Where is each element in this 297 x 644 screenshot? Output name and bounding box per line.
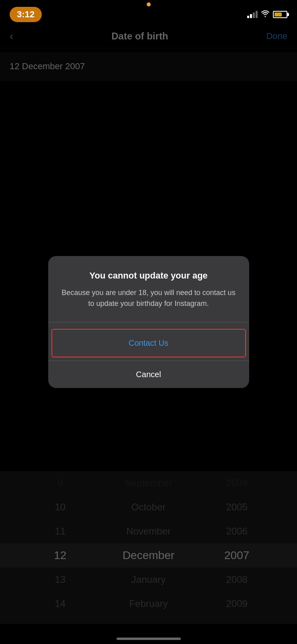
status-bar: 3:12 — [0, 0, 297, 24]
orange-dot — [147, 2, 151, 6]
status-icons — [247, 10, 287, 19]
modal-content: You cannot update your age Because you a… — [48, 256, 249, 309]
status-time: 3:12 — [10, 7, 42, 22]
modal-dialog: You cannot update your age Because you a… — [48, 256, 249, 388]
cancel-button[interactable]: Cancel — [48, 361, 249, 388]
contact-us-button[interactable]: Contact Us — [51, 329, 246, 357]
modal-body: Because you are under 18, you will need … — [59, 287, 238, 309]
modal-title: You cannot update your age — [59, 270, 238, 281]
signal-icon — [247, 11, 258, 18]
battery-icon — [273, 11, 287, 18]
wifi-icon — [261, 10, 270, 19]
